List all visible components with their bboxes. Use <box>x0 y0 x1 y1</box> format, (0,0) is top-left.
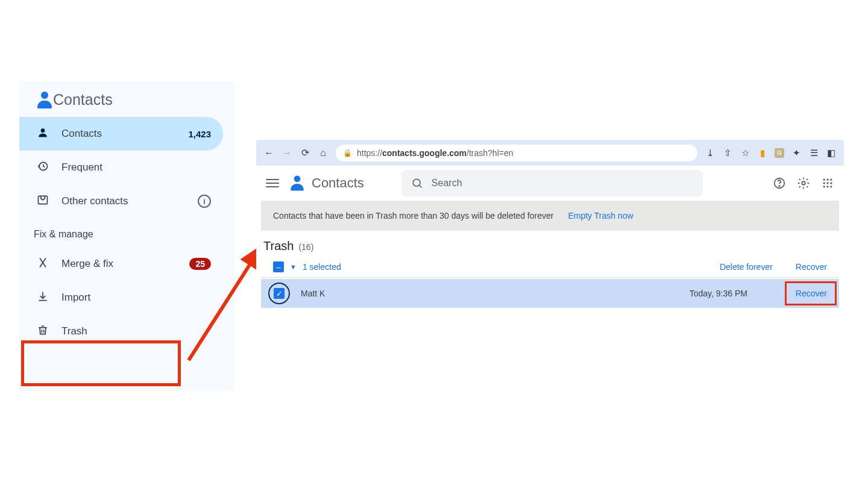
r-extension-icon[interactable]: R <box>775 148 784 158</box>
svg-point-13 <box>830 182 832 184</box>
delete-forever-button[interactable]: Delete forever <box>720 262 773 272</box>
inbox-icon <box>36 194 49 209</box>
reading-list-icon[interactable]: ☰ <box>808 148 819 158</box>
browser-window: ← → ⟳ ⌂ 🔒 https://contacts.google.com/tr… <box>256 140 844 328</box>
download-icon <box>36 290 49 305</box>
side-panel-icon[interactable]: ◧ <box>826 148 837 158</box>
sidebar-section-label: Fix & manage <box>19 218 234 247</box>
search-input[interactable]: Search <box>401 170 703 196</box>
contacts-sidebar: Contacts Contacts 1,423 Frequent Other c… <box>19 81 234 391</box>
contact-row[interactable]: ✓ Matt K Today, 9:36 PM Recover <box>261 279 839 308</box>
sidebar-item-contacts[interactable]: Contacts 1,423 <box>19 117 223 151</box>
search-icon <box>411 177 423 189</box>
apps-grid-icon[interactable] <box>821 177 834 190</box>
selection-bar: – ▼ 1 selected Delete forever Recover <box>261 257 839 278</box>
share-icon[interactable]: ⇧ <box>722 148 733 158</box>
sidebar-item-label: Import <box>61 292 211 304</box>
sidebar-item-frequent[interactable]: Frequent <box>19 151 223 184</box>
sidebar-app-title: Contacts <box>53 91 113 108</box>
row-checkbox[interactable]: ✓ <box>268 283 290 304</box>
browser-forward-icon[interactable]: → <box>281 148 292 158</box>
svg-point-8 <box>823 179 825 181</box>
svg-point-7 <box>802 181 805 185</box>
trash-count: (16) <box>298 242 313 252</box>
deleted-time: Today, 9:36 PM <box>646 289 791 298</box>
sidebar-item-trash[interactable]: Trash <box>19 314 223 348</box>
app-title: Contacts <box>289 175 364 192</box>
svg-point-14 <box>823 186 825 187</box>
recover-button[interactable]: Recover <box>791 285 832 302</box>
svg-point-12 <box>826 182 828 184</box>
help-icon[interactable] <box>773 177 786 190</box>
browser-home-icon[interactable]: ⌂ <box>318 148 329 158</box>
svg-point-16 <box>830 186 832 187</box>
sidebar-item-badge: 25 <box>189 258 211 270</box>
browser-url-bar[interactable]: 🔒 https://contacts.google.com/trash?hl=e… <box>336 145 697 161</box>
lock-icon: 🔒 <box>343 149 352 157</box>
select-dropdown-icon[interactable]: ▼ <box>290 263 297 271</box>
sidebar-item-merge-fix[interactable]: Merge & fix 25 <box>19 247 223 281</box>
trash-icon <box>36 324 49 339</box>
sidebar-item-label: Merge & fix <box>61 258 189 270</box>
browser-reload-icon[interactable]: ⟳ <box>300 147 310 158</box>
contact-name: Matt K <box>301 289 646 298</box>
svg-point-6 <box>779 186 779 186</box>
contacts-logo-icon <box>36 92 53 108</box>
sidebar-item-other-contacts[interactable]: Other contacts i <box>19 184 223 218</box>
svg-point-10 <box>830 179 832 181</box>
app-header: Contacts Search <box>256 166 844 201</box>
checkmark-icon: ✓ <box>274 288 285 299</box>
svg-point-15 <box>826 186 828 187</box>
svg-point-0 <box>41 128 45 133</box>
hamburger-menu-icon[interactable] <box>266 179 279 187</box>
gear-icon[interactable] <box>797 177 810 190</box>
sidebar-header: Contacts <box>19 85 234 117</box>
contacts-logo-icon <box>289 175 304 190</box>
sidebar-item-label: Other contacts <box>61 195 198 207</box>
url-text: https://contacts.google.com/trash?hl=en <box>357 148 514 158</box>
svg-point-11 <box>823 182 825 184</box>
selected-count: 1 selected <box>303 262 341 272</box>
info-banner: Contacts that have been in Trash more th… <box>261 201 839 231</box>
empty-trash-link[interactable]: Empty Trash now <box>568 211 633 221</box>
history-icon <box>36 160 49 175</box>
person-icon <box>36 127 49 142</box>
browser-back-icon[interactable]: ← <box>263 148 274 158</box>
sidebar-item-label: Contacts <box>61 128 188 140</box>
svg-point-9 <box>826 179 828 181</box>
sidebar-item-label: Trash <box>61 325 211 337</box>
extensions-icon[interactable]: ✦ <box>791 148 802 158</box>
svg-point-4 <box>413 179 420 186</box>
select-all-checkbox[interactable]: – <box>273 261 284 272</box>
browser-toolbar: ← → ⟳ ⌂ 🔒 https://contacts.google.com/tr… <box>256 140 844 166</box>
tools-icon <box>36 257 49 272</box>
sidebar-item-import[interactable]: Import <box>19 281 223 314</box>
info-icon[interactable]: i <box>198 195 211 208</box>
page-title: Trash (16) <box>256 231 844 257</box>
sidebar-item-label: Frequent <box>61 161 211 174</box>
star-icon[interactable]: ☆ <box>740 148 750 158</box>
info-banner-text: Contacts that have been in Trash more th… <box>273 211 553 221</box>
recover-all-button[interactable]: Recover <box>796 262 827 272</box>
rss-extension-icon[interactable]: ▮ <box>757 148 768 158</box>
search-placeholder: Search <box>432 178 462 189</box>
browser-action-icons: ⤓ ⇧ ☆ ▮ R ✦ ☰ ◧ <box>705 148 837 158</box>
install-icon[interactable]: ⤓ <box>705 148 715 158</box>
sidebar-item-count: 1,423 <box>188 129 211 139</box>
